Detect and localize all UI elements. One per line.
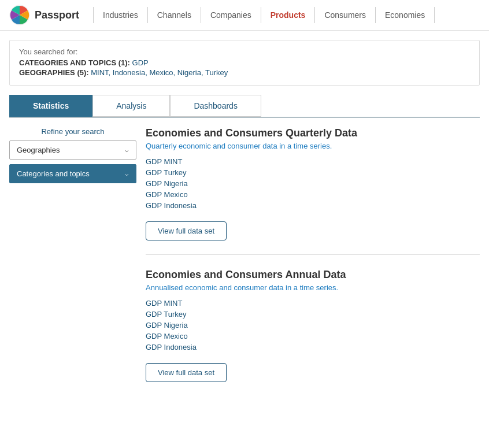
annual-link-nigeria[interactable]: GDP Nigeria [146, 321, 480, 329]
geographies-label: GEOGRAPHIES (5): [19, 68, 89, 77]
nav-item-economies[interactable]: Economies [376, 7, 435, 23]
app-name: Passport [35, 9, 79, 21]
geographies-criteria: GEOGRAPHIES (5): MINT, Indonesia, Mexico… [19, 68, 470, 77]
you-searched-label: You searched for: [19, 47, 470, 56]
quarterly-link-mexico[interactable]: GDP Mexico [146, 190, 480, 199]
categories-topics-dropdown-label: Categories and topics [17, 169, 90, 178]
annual-link-turkey[interactable]: GDP Turkey [146, 310, 480, 319]
quarterly-link-mint[interactable]: GDP MINT [146, 157, 480, 166]
categories-criteria: CATEGORIES AND TOPICS (1): GDP [19, 58, 470, 67]
nav-item-channels[interactable]: Channels [148, 7, 201, 23]
tab-statistics[interactable]: Statistics [9, 95, 92, 117]
tab-analysis[interactable]: Analysis [92, 95, 170, 117]
nav-item-industries[interactable]: Industries [93, 7, 148, 23]
content-panel: Economies and Consumers Quarterly Data Q… [146, 127, 480, 410]
main-area: Refine your search Geographies ⌵ Categor… [9, 127, 480, 410]
passport-logo-icon [9, 5, 30, 25]
chevron-down-icon: ⌵ [125, 146, 129, 154]
categories-label: CATEGORIES AND TOPICS (1): [19, 58, 130, 67]
quarterly-title: Economies and Consumers Quarterly Data [146, 127, 480, 139]
annual-link-indonesia[interactable]: GDP Indonesia [146, 343, 480, 351]
annual-dataset-section: Economies and Consumers Annual Data Annu… [146, 269, 480, 396]
nav-item-companies[interactable]: Companies [201, 7, 261, 23]
quarterly-view-btn[interactable]: View full data set [146, 221, 227, 240]
header: Passport Industries Channels Companies P… [0, 0, 489, 31]
nav-item-consumers[interactable]: Consumers [315, 7, 376, 23]
refine-label: Refine your search [9, 127, 136, 136]
logo-area: Passport [9, 5, 79, 25]
quarterly-link-turkey[interactable]: GDP Turkey [146, 168, 480, 177]
categories-value: GDP [132, 58, 149, 67]
quarterly-link-indonesia[interactable]: GDP Indonesia [146, 201, 480, 210]
chevron-down-icon-2: ⌵ [125, 170, 129, 177]
annual-title: Economies and Consumers Annual Data [146, 269, 480, 281]
annual-view-btn[interactable]: View full data set [146, 363, 227, 382]
quarterly-link-nigeria[interactable]: GDP Nigeria [146, 179, 480, 188]
geographies-value: MINT, Indonesia, Mexico, Nigeria, Turkey [91, 68, 228, 77]
categories-topics-dropdown[interactable]: Categories and topics ⌵ [9, 164, 136, 183]
geographies-dropdown-label: Geographies [17, 146, 60, 154]
tabs-row: Statistics Analysis Dashboards [9, 95, 480, 118]
quarterly-dataset-section: Economies and Consumers Quarterly Data Q… [146, 127, 480, 255]
tab-dashboards[interactable]: Dashboards [170, 95, 261, 117]
annual-description: Annualised economic and consumer data in… [146, 283, 480, 292]
sidebar: Refine your search Geographies ⌵ Categor… [9, 127, 136, 410]
annual-link-mexico[interactable]: GDP Mexico [146, 332, 480, 340]
annual-link-mint[interactable]: GDP MINT [146, 299, 480, 308]
geographies-dropdown[interactable]: Geographies ⌵ [9, 140, 136, 160]
nav-item-products[interactable]: Products [261, 7, 316, 23]
search-summary: You searched for: CATEGORIES AND TOPICS … [9, 40, 480, 86]
main-nav: Industries Channels Companies Products C… [93, 7, 435, 23]
quarterly-description: Quarterly economic and consumer data in … [146, 142, 480, 150]
